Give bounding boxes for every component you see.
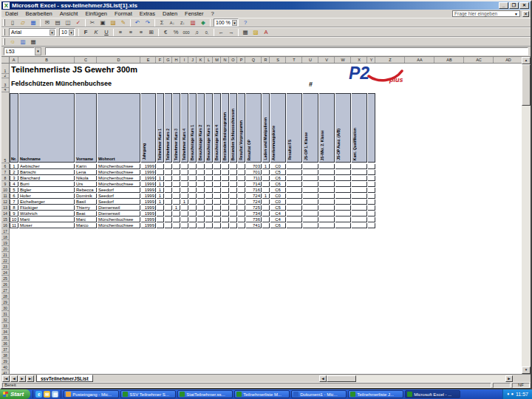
cell-V7[interactable] — [319, 170, 335, 175]
cell-X15[interactable] — [352, 217, 367, 222]
cell-T14[interactable] — [287, 211, 302, 216]
column-header-AD[interactable]: AD — [494, 57, 522, 63]
percent-icon[interactable]: % — [171, 28, 181, 37]
cell-S8[interactable]: C6 — [270, 176, 286, 181]
cell-S10[interactable]: C6 — [270, 188, 286, 193]
smiley-icon[interactable]: ☺ — [7, 38, 18, 47]
column-header-P[interactable]: P — [238, 57, 245, 63]
cell-B6[interactable]: Aebischer — [19, 164, 75, 169]
cell-O6[interactable] — [230, 164, 237, 169]
row-header-40[interactable]: 40 — [1, 365, 9, 370]
column-header-O[interactable]: O — [230, 57, 237, 63]
cell-G16[interactable] — [165, 223, 172, 228]
cell-J15[interactable] — [189, 217, 197, 222]
cell-Q9[interactable]: 714 — [246, 182, 262, 187]
cell-M14[interactable] — [214, 211, 221, 216]
fill-color-icon[interactable]: ▨ — [250, 28, 261, 37]
scroll-up-icon[interactable]: ▲ — [522, 57, 531, 64]
row-header-3[interactable]: 3 — [1, 79, 9, 88]
increase-decimal-icon[interactable]: ,0 — [191, 28, 202, 37]
cell-A7[interactable]: 2 — [10, 170, 18, 175]
cell-X9[interactable] — [352, 182, 367, 187]
start-button[interactable]: Start — [0, 389, 30, 399]
row-header-11[interactable]: 11 — [1, 194, 9, 199]
tab-next-icon[interactable]: ▶ — [18, 375, 26, 382]
row-header-33[interactable]: 33 — [1, 324, 9, 329]
cell-Y16[interactable] — [368, 223, 375, 228]
cell-V10[interactable] — [319, 188, 335, 193]
cell-D7[interactable]: Münchenbuchsee — [98, 170, 140, 175]
format-painter-icon[interactable]: ✎ — [118, 18, 129, 27]
column-header-F[interactable]: F — [157, 57, 164, 63]
toolbar-grip[interactable] — [3, 29, 5, 35]
row-header-20[interactable]: 20 — [1, 247, 9, 252]
taskbar-button[interactable]: Teilnehmerliste M... — [234, 390, 290, 398]
cell-B9[interactable]: Burri — [19, 182, 75, 187]
cell-I8[interactable] — [181, 176, 188, 181]
cell-S6[interactable]: C0 — [270, 164, 286, 169]
cell-Y11[interactable] — [368, 194, 375, 199]
menu-extras[interactable]: Extras — [136, 10, 159, 18]
help-icon[interactable]: ? — [240, 18, 250, 27]
cell-U9[interactable] — [303, 182, 318, 187]
cell-N9[interactable] — [222, 182, 229, 187]
cell-L16[interactable] — [205, 223, 213, 228]
fontsize-combo[interactable]: 10▼ — [59, 28, 75, 36]
cell-U6[interactable] — [303, 164, 318, 169]
cell-P12[interactable] — [238, 200, 245, 205]
cell-J11[interactable] — [189, 194, 197, 199]
cell-W12[interactable] — [335, 200, 351, 205]
cell-T6[interactable] — [287, 164, 302, 169]
row-header-18[interactable]: 18 — [1, 235, 9, 240]
cell-D13[interactable]: Diemerswil — [98, 205, 140, 211]
cell-I9[interactable] — [181, 182, 188, 187]
cell-E15[interactable]: 1999 — [141, 217, 156, 222]
undo-icon[interactable]: ↶ — [132, 18, 143, 27]
column-header-G[interactable]: G — [165, 57, 172, 63]
scroll-right-icon[interactable]: ▶ — [505, 375, 513, 382]
workbook-close-button[interactable]: ✕ — [522, 11, 529, 17]
cell-A12[interactable]: 7 — [10, 200, 18, 205]
cell-F16[interactable] — [157, 223, 164, 228]
cell-X10[interactable] — [352, 188, 367, 193]
zoom-combo[interactable]: 100 %▼ — [214, 18, 239, 27]
cell-M16[interactable] — [214, 223, 221, 228]
cell-S15[interactable]: C4 — [270, 217, 286, 222]
vertical-scrollbar[interactable]: ▲ ▼ — [522, 57, 531, 374]
column-header-M[interactable]: M — [214, 57, 221, 63]
cell-E16[interactable]: 1999 — [141, 223, 156, 228]
column-header-Q[interactable]: Q — [246, 57, 262, 63]
align-right-icon[interactable]: ≡ — [136, 28, 146, 37]
cell-H8[interactable] — [173, 176, 180, 181]
cell-S13[interactable]: C5 — [270, 205, 286, 211]
row-header-39[interactable]: 39 — [1, 359, 9, 364]
cell-W15[interactable] — [335, 217, 351, 222]
cell-K6[interactable] — [197, 164, 205, 169]
cell-T10[interactable] — [287, 188, 302, 193]
column-header-C[interactable]: C — [75, 57, 97, 63]
cell-B7[interactable]: Bärtschi — [19, 170, 75, 175]
cell-C11[interactable]: Dominik — [75, 194, 97, 199]
bold-button[interactable]: F — [81, 28, 91, 37]
cell-P15[interactable] — [238, 217, 245, 222]
cell-Q8[interactable]: 711 — [246, 176, 262, 181]
cell-E9[interactable]: 1999 — [141, 182, 156, 187]
menu-fenster[interactable]: Fenster — [181, 10, 207, 18]
toolbar-grip[interactable] — [3, 38, 5, 45]
taskbar-button[interactable]: SSV Teilnehmer S... — [120, 390, 176, 398]
cell-G10[interactable] — [165, 188, 172, 193]
chevron-down-icon[interactable]: ▼ — [50, 30, 55, 35]
cell-L10[interactable] — [205, 188, 213, 193]
cell-X16[interactable] — [352, 223, 367, 228]
cell-Y14[interactable] — [368, 211, 375, 216]
cell-U14[interactable] — [303, 211, 318, 216]
cell-K16[interactable] — [197, 223, 205, 228]
column-header-V[interactable]: V — [319, 57, 335, 63]
cell-J6[interactable] — [189, 164, 197, 169]
cell-V16[interactable] — [319, 223, 335, 228]
cell-Y9[interactable] — [368, 182, 375, 187]
cell-I14[interactable] — [181, 211, 188, 216]
cell-Y7[interactable] — [368, 170, 375, 175]
cell-W7[interactable] — [335, 170, 351, 175]
cell-N12[interactable] — [222, 200, 229, 205]
